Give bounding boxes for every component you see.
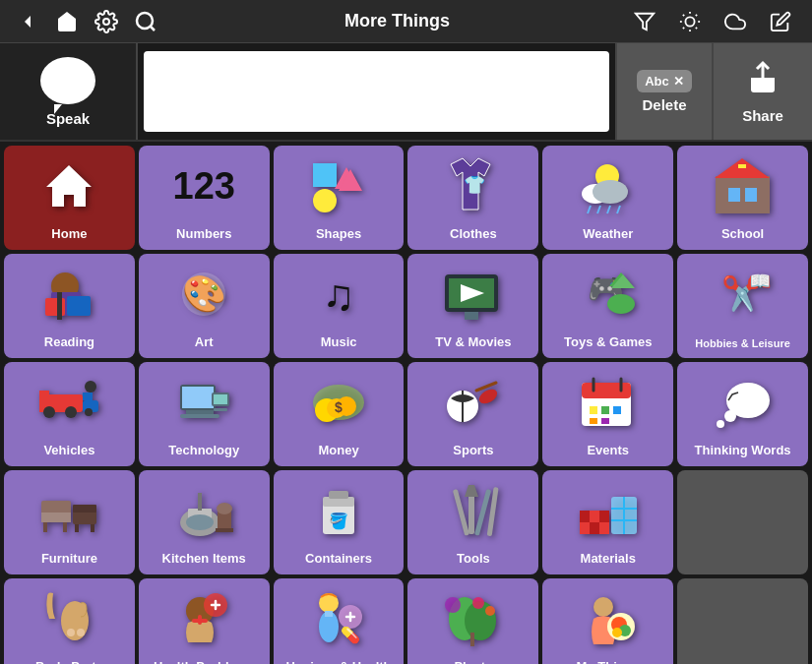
cell-label-toys-games: Toys & Games	[562, 334, 654, 350]
cell-label-hygiene: Hygiene & Health	[284, 659, 394, 664]
svg-rect-80	[601, 418, 609, 424]
cell-label-furniture: Furniture	[39, 551, 99, 567]
svg-rect-85	[41, 513, 71, 522]
my-things-icon	[576, 580, 640, 657]
svg-marker-104	[465, 485, 478, 497]
grid-cell-reading[interactable]: Reading	[4, 254, 135, 358]
grid-cell-materials[interactable]: Materials	[542, 470, 673, 574]
cell-label-music: Music	[319, 334, 359, 350]
grid-cell-school[interactable]: School	[677, 146, 808, 250]
grid-cell-health[interactable]: Health Problems	[139, 578, 270, 664]
svg-line-24	[588, 206, 591, 213]
cell-label-thinking-words: Thinking Words	[693, 443, 793, 458]
svg-rect-32	[738, 164, 746, 168]
reading-icon	[37, 256, 101, 332]
speak-button[interactable]: Speak	[0, 43, 138, 140]
grid-cell-weather[interactable]: Weather	[542, 146, 673, 250]
svg-point-134	[485, 606, 495, 616]
svg-point-95	[186, 514, 214, 530]
toys-games-icon: 🎮	[576, 256, 640, 332]
grid-cell-thinking-words[interactable]: Thinking Words	[677, 362, 808, 466]
category-grid: Home 123 Numbers Shapes 👕 Clothes	[0, 142, 812, 664]
grid-cell-toys-games[interactable]: 🎮 Toys & Games	[542, 254, 673, 358]
page-title: More Things	[167, 11, 627, 31]
svg-rect-76	[590, 406, 597, 414]
topbar-right-icons	[627, 4, 802, 39]
grid-cell-hygiene[interactable]: 💊 Hygiene & Health	[274, 578, 405, 664]
svg-text:💊: 💊	[341, 626, 360, 644]
cell-label-hobbies: Hobbies & Leisure	[693, 337, 792, 350]
grid-cell-containers[interactable]: 🪣 Containers	[274, 470, 405, 574]
grid-cell-clothes[interactable]: 👕 Clothes	[407, 146, 538, 250]
svg-point-1	[137, 13, 153, 29]
cell-label-body-parts: Body Parts	[33, 659, 105, 664]
cell-label-containers: Containers	[303, 551, 374, 567]
cloud-icon[interactable]	[718, 4, 753, 39]
svg-rect-43	[465, 312, 478, 320]
svg-point-132	[445, 597, 461, 613]
grid-cell-hobbies[interactable]: ✂️ 📖 Hobbies & Leisure	[677, 254, 808, 358]
svg-point-55	[85, 408, 93, 416]
grid-cell-events[interactable]: Events	[542, 362, 673, 466]
hobbies-icon: ✂️ 📖	[711, 256, 775, 335]
svg-rect-35	[67, 296, 91, 316]
svg-line-11	[696, 14, 697, 15]
settings-nav-button[interactable]	[89, 4, 124, 39]
svg-rect-63	[214, 408, 227, 411]
grid-cell-kitchen[interactable]: Kitchen Items	[139, 470, 270, 574]
grid-cell-sports[interactable]: Sports	[407, 362, 538, 466]
svg-rect-15	[313, 163, 337, 187]
edit-icon[interactable]	[763, 4, 798, 39]
tools-icon	[441, 472, 505, 549]
grid-cell-home[interactable]: Home	[4, 146, 135, 250]
sports-icon	[441, 364, 505, 441]
speech-bubble-icon	[40, 57, 95, 104]
grid-cell-tv-movies[interactable]: TV & Movies	[407, 254, 538, 358]
text-input[interactable]	[144, 51, 609, 132]
delete-button[interactable]: Abc ✕ Delete	[615, 43, 714, 140]
back-button[interactable]	[10, 4, 45, 39]
grid-cell-music[interactable]: ♫ Music	[274, 254, 405, 358]
svg-rect-59	[186, 410, 214, 414]
svg-rect-37	[57, 292, 62, 320]
tv-icon	[441, 256, 505, 332]
grid-cell-body-parts[interactable]: Body Parts	[4, 578, 135, 664]
home-nav-button[interactable]	[49, 4, 85, 39]
svg-rect-131	[470, 633, 474, 646]
share-button[interactable]: Share	[714, 43, 812, 140]
svg-point-139	[612, 628, 622, 637]
grid-cell-numbers[interactable]: 123 Numbers	[139, 146, 270, 250]
delete-icon: Abc ✕	[637, 70, 692, 92]
search-nav-button[interactable]	[128, 4, 163, 39]
brightness-icon[interactable]	[672, 4, 708, 39]
cell-label-materials: Materials	[579, 551, 638, 567]
svg-point-23	[593, 180, 628, 204]
svg-rect-30	[745, 188, 757, 202]
svg-rect-87	[63, 522, 67, 532]
grid-cell-my-things[interactable]: My Things	[542, 578, 673, 664]
svg-text:🪣: 🪣	[329, 512, 348, 530]
svg-rect-91	[91, 524, 94, 532]
grid-cell-art[interactable]: 🎨 Art	[139, 254, 270, 358]
grid-cell-tools[interactable]: Tools	[407, 470, 538, 574]
grid-cell-plants[interactable]: Plants	[407, 578, 538, 664]
cell-label-health: Health Problems	[152, 659, 257, 664]
grid-cell-money[interactable]: $ Money	[274, 362, 405, 466]
svg-text:🎨: 🎨	[181, 272, 225, 315]
grid-cell-empty1	[677, 470, 808, 574]
grid-cell-furniture[interactable]: Furniture	[4, 470, 135, 574]
grid-cell-technology[interactable]: Technology	[139, 362, 270, 466]
svg-rect-78	[613, 406, 621, 414]
svg-rect-94	[198, 493, 202, 511]
svg-point-121	[77, 629, 85, 636]
actionbar: Speak Abc ✕ Delete Share	[0, 43, 812, 142]
svg-point-0	[103, 19, 109, 25]
cell-label-clothes: Clothes	[448, 226, 499, 242]
filter-icon[interactable]	[627, 4, 662, 39]
svg-line-27	[617, 206, 620, 213]
svg-text:👕: 👕	[464, 174, 486, 196]
grid-cell-vehicles[interactable]: Vehicles	[4, 362, 135, 466]
cell-label-money: Money	[316, 443, 360, 458]
grid-cell-shapes[interactable]: Shapes	[274, 146, 405, 250]
svg-line-7	[696, 27, 697, 28]
